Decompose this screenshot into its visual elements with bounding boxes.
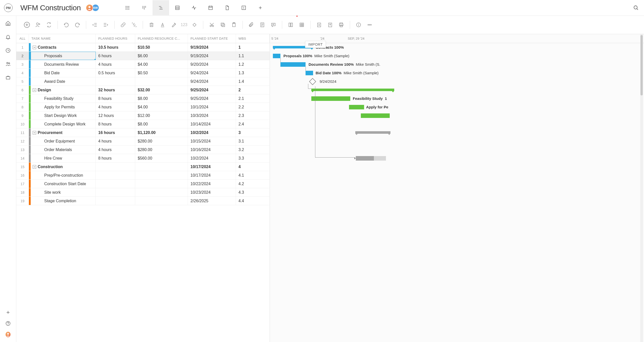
- row-number[interactable]: 3: [16, 60, 29, 69]
- cell-task-name[interactable]: Start Design Work: [31, 111, 96, 120]
- cell-planned-hours[interactable]: 8 hours: [96, 120, 135, 128]
- cell-wbs[interactable]: 3.1: [236, 137, 270, 145]
- view-gantt[interactable]: [153, 0, 169, 15]
- more-button[interactable]: [365, 20, 375, 30]
- cell-wbs[interactable]: 1: [236, 43, 270, 51]
- row-number[interactable]: 13: [16, 146, 29, 154]
- row-number[interactable]: 1: [16, 43, 29, 51]
- avatar-user-1[interactable]: [86, 4, 93, 12]
- table-row[interactable]: 11 − Procurement 16 hours $1,120.00 10/2…: [16, 128, 270, 137]
- cell-planned-cost[interactable]: [135, 197, 188, 205]
- row-number[interactable]: 18: [16, 188, 29, 196]
- cell-planned-start[interactable]: 10/1/2024: [188, 103, 236, 111]
- gantt-body[interactable]: Contracts100% Proposals100% Mike Smith (…: [270, 43, 644, 342]
- cell-planned-start[interactable]: 10/14/2024: [188, 120, 236, 128]
- row-number[interactable]: 12: [16, 137, 29, 145]
- cell-planned-hours[interactable]: 8 hours: [96, 154, 135, 162]
- cell-planned-hours[interactable]: 0.5 hours: [96, 69, 135, 77]
- gantt-bar[interactable]: [306, 71, 313, 75]
- gantt-bar[interactable]: [280, 62, 306, 67]
- cell-planned-start[interactable]: 9/19/2024: [188, 52, 236, 60]
- view-sheet[interactable]: [169, 0, 186, 15]
- indent-button[interactable]: [101, 20, 111, 30]
- collapse-toggle[interactable]: −: [33, 88, 36, 92]
- cell-wbs[interactable]: 3.2: [236, 146, 270, 154]
- grid-select-all[interactable]: ALL: [16, 34, 29, 43]
- cell-planned-cost[interactable]: $8.00: [135, 120, 188, 128]
- copy-button[interactable]: [218, 20, 228, 30]
- nav-help-icon[interactable]: [5, 320, 11, 326]
- cell-planned-cost[interactable]: [135, 163, 188, 171]
- table-row[interactable]: 16 Prep/Pre-construction 10/17/2024 4.1: [16, 171, 270, 180]
- col-header-cost[interactable]: PLANNED RESOURCE C...: [135, 34, 188, 43]
- row-number[interactable]: 7: [16, 94, 29, 103]
- col-header-wbs[interactable]: WBS: [236, 34, 270, 43]
- gantt-scrollbar[interactable]: [640, 34, 643, 342]
- cell-planned-hours[interactable]: 16 hours: [96, 128, 135, 137]
- collapse-toggle[interactable]: −: [33, 131, 36, 134]
- cell-task-name[interactable]: Order Equipment: [31, 137, 96, 145]
- notes-button[interactable]: [257, 20, 267, 30]
- row-number[interactable]: 6: [16, 86, 29, 94]
- collapse-toggle[interactable]: −: [33, 165, 36, 169]
- cell-planned-hours[interactable]: 10.5 hours: [96, 43, 135, 51]
- cell-planned-cost[interactable]: $8.00: [135, 94, 188, 103]
- view-risks[interactable]: [235, 0, 252, 15]
- row-number[interactable]: 9: [16, 111, 29, 120]
- view-files[interactable]: [219, 0, 235, 15]
- cell-task-name[interactable]: Documents Review: [31, 60, 96, 69]
- row-number[interactable]: 4: [16, 69, 29, 77]
- columns-button[interactable]: [286, 20, 296, 30]
- attach-button[interactable]: [246, 20, 256, 30]
- cell-task-name[interactable]: Award Date: [31, 77, 96, 86]
- cell-planned-start[interactable]: 2/26/2025: [188, 197, 236, 205]
- cell-task-name[interactable]: Stage Completion: [31, 197, 96, 205]
- cell-wbs[interactable]: 4.3: [236, 188, 270, 196]
- paste-button[interactable]: [229, 20, 239, 30]
- table-row[interactable]: 2 Proposals 6 hours $6.00 9/19/2024 1.1: [16, 52, 270, 60]
- cell-wbs[interactable]: 2.4: [236, 120, 270, 128]
- info-button[interactable]: [354, 20, 364, 30]
- nav-notifications-icon[interactable]: [5, 34, 11, 40]
- cell-planned-cost[interactable]: [135, 180, 188, 188]
- outdent-button[interactable]: [90, 20, 100, 30]
- cell-task-name[interactable]: − Construction: [31, 163, 96, 171]
- table-row[interactable]: 19 Stage Completion 2/26/2025 4.4: [16, 197, 270, 205]
- col-header-start[interactable]: PLANNED START DATE: [188, 34, 236, 43]
- app-logo[interactable]: PM: [0, 4, 16, 12]
- avatar-stack[interactable]: SW: [86, 4, 99, 12]
- cell-planned-cost[interactable]: $1,120.00: [135, 128, 188, 137]
- cell-planned-hours[interactable]: 4 hours: [96, 60, 135, 69]
- cell-task-name[interactable]: Apply for Permits: [31, 103, 96, 111]
- row-number[interactable]: 10: [16, 120, 29, 128]
- table-row[interactable]: 18 Site work 10/23/2024 4.3: [16, 188, 270, 197]
- cell-wbs[interactable]: 3: [236, 128, 270, 137]
- cell-planned-hours[interactable]: [96, 197, 135, 205]
- link-button[interactable]: [118, 20, 128, 30]
- table-row[interactable]: 13 Order Materials 4 hours $280.00 10/16…: [16, 146, 270, 154]
- row-number[interactable]: 14: [16, 154, 29, 162]
- cell-planned-hours[interactable]: 8 hours: [96, 94, 135, 103]
- print-button[interactable]: [336, 20, 346, 30]
- cell-planned-cost[interactable]: $560.00: [135, 154, 188, 162]
- cell-planned-cost[interactable]: $6.00: [135, 52, 188, 60]
- cell-planned-hours[interactable]: 6 hours: [96, 52, 135, 60]
- row-number[interactable]: 8: [16, 103, 29, 111]
- view-list[interactable]: [119, 0, 136, 15]
- undo-button[interactable]: [61, 20, 71, 30]
- cell-planned-start[interactable]: 10/15/2024: [188, 137, 236, 145]
- collapse-toggle[interactable]: −: [33, 46, 36, 49]
- nav-add-icon[interactable]: [5, 309, 11, 315]
- cell-planned-start[interactable]: 9/19/2024: [188, 43, 236, 51]
- cell-planned-cost[interactable]: $4.00: [135, 60, 188, 69]
- nav-user-avatar[interactable]: [5, 331, 11, 337]
- cell-wbs[interactable]: 2: [236, 86, 270, 94]
- gantt-bar[interactable]: [273, 54, 280, 58]
- cell-planned-hours[interactable]: [96, 77, 135, 86]
- cell-planned-cost[interactable]: $280.00: [135, 146, 188, 154]
- cell-planned-start[interactable]: 9/20/2024: [188, 60, 236, 69]
- cell-wbs[interactable]: 3.3: [236, 154, 270, 162]
- cell-planned-hours[interactable]: 4 hours: [96, 146, 135, 154]
- cell-planned-hours[interactable]: [96, 171, 135, 179]
- cell-planned-start[interactable]: 10/22/2024: [188, 180, 236, 188]
